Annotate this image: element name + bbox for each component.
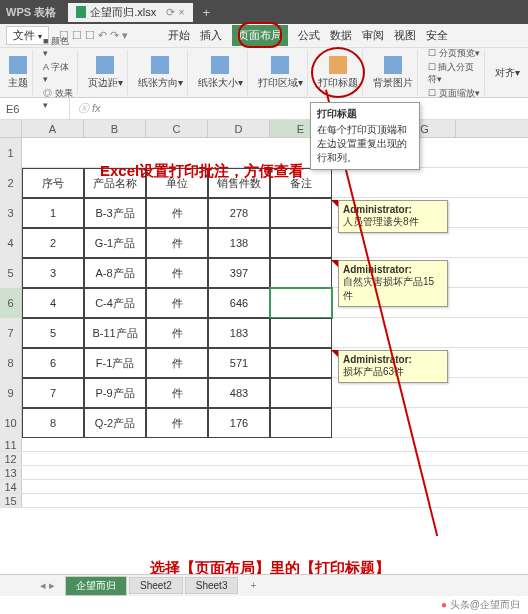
menu-view[interactable]: 视图 — [394, 28, 416, 43]
active-cell[interactable] — [270, 288, 332, 318]
ribbon-print-titles[interactable]: 打印标题 — [314, 50, 363, 95]
menu-security[interactable]: 安全 — [426, 28, 448, 43]
sheet-tab-2[interactable]: Sheet2 — [129, 577, 183, 594]
ribbon-size[interactable]: 纸张大小▾ — [194, 50, 248, 95]
fx-label[interactable]: fx — [70, 101, 109, 116]
ribbon-orient[interactable]: 纸张方向▾ — [134, 50, 188, 95]
add-sheet-button[interactable]: + — [240, 578, 266, 593]
sheet-tab-3[interactable]: Sheet3 — [185, 577, 239, 594]
menu-bar: 文件 ▾ ☐ ☐ ☐ ↶ ↷ ▾ 开始 插入 页面布局 公式 数据 审阅 视图 … — [0, 24, 528, 48]
menu-review[interactable]: 审阅 — [362, 28, 384, 43]
ribbon: 主题 ■ 颜色▾ A 字体▾ ◎ 效果▾ 页边距▾ 纸张方向▾ 纸张大小▾ 打印… — [0, 48, 528, 98]
ribbon-pagebreak[interactable]: ☐ 分页预览▾ ☐ 插入分页符▾ ☐ 页面缩放▾ — [424, 50, 485, 95]
credit-text: 头条@企望而归 — [441, 598, 520, 612]
app-brand: WPS 表格 — [6, 5, 56, 20]
doc-icon — [76, 6, 86, 18]
comment-2[interactable]: Administrator:自然灾害损坏产品15件 — [338, 260, 448, 307]
comment-marker-icon[interactable] — [331, 260, 338, 267]
title-bar: WPS 表格 企望而归.xlsx ⟳ × + — [0, 0, 528, 24]
comment-marker-icon[interactable] — [331, 350, 338, 357]
comment-marker-icon[interactable] — [331, 200, 338, 207]
print-titles-tooltip: 打印标题 在每个打印页顶端和左边设置重复出现的行和列。 — [310, 102, 420, 170]
ribbon-theme[interactable]: 主题 — [4, 50, 33, 95]
ribbon-bg[interactable]: 背景图片 — [369, 50, 418, 95]
sheet-tabs: ◂ ▸ 企望而归 Sheet2 Sheet3 + — [0, 574, 528, 596]
menu-data[interactable]: 数据 — [330, 28, 352, 43]
col-B[interactable]: B — [84, 120, 146, 137]
headline-text: Excel设置打印批注，方便查看 — [100, 162, 304, 181]
ribbon-margins[interactable]: 页边距▾ — [84, 50, 128, 95]
menu-formula[interactable]: 公式 — [298, 28, 320, 43]
sheet-tab-1[interactable]: 企望而归 — [65, 576, 127, 596]
new-tab-button[interactable]: + — [203, 5, 211, 20]
col-A[interactable]: A — [22, 120, 84, 137]
column-headers: A B C D E F G — [0, 120, 528, 138]
col-D[interactable]: D — [208, 120, 270, 137]
formula-bar: E6 fx — [0, 98, 528, 120]
menu-page-layout[interactable]: 页面布局 — [232, 25, 288, 46]
menu-insert[interactable]: 插入 — [200, 28, 222, 43]
ribbon-color-font[interactable]: ■ 颜色▾ A 字体▾ ◎ 效果▾ — [39, 50, 78, 95]
ribbon-align[interactable]: 对齐▾ — [491, 50, 524, 95]
ribbon-area[interactable]: 打印区域▾ — [254, 50, 308, 95]
col-C[interactable]: C — [146, 120, 208, 137]
doc-title: 企望而归.xlsx — [90, 5, 156, 20]
grid: A B C D E F G Excel设置打印批注，方便查看 1 2 序号产品名… — [0, 120, 528, 508]
document-tab[interactable]: 企望而归.xlsx ⟳ × — [68, 3, 192, 22]
close-icon[interactable]: ⟳ × — [166, 6, 184, 19]
name-box[interactable]: E6 — [0, 98, 70, 119]
menu-start[interactable]: 开始 — [168, 28, 190, 43]
tab-nav-icons[interactable]: ◂ ▸ — [40, 579, 55, 592]
select-all-corner[interactable] — [0, 120, 22, 137]
